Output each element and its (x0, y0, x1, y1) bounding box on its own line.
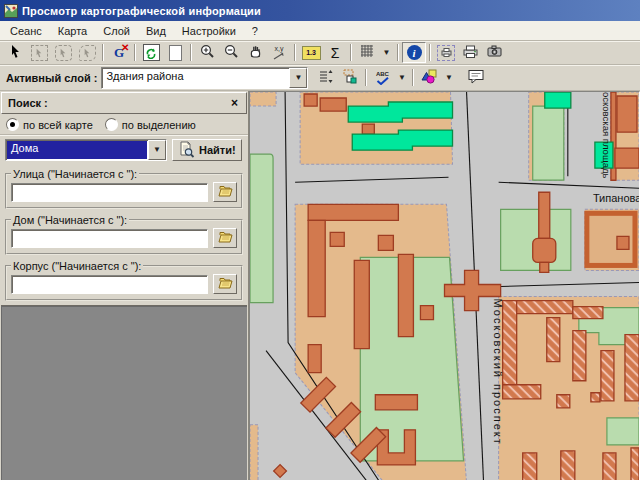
spellcheck-button[interactable]: ABC (370, 67, 394, 88)
statistics-button[interactable]: Σ (323, 42, 347, 63)
search-panel-header: Поиск : × (1, 92, 247, 114)
scale-coords-button[interactable]: x,y (267, 42, 291, 63)
select-in-rect-button[interactable] (27, 42, 51, 63)
radio-icon[interactable] (6, 118, 19, 131)
street-input[interactable] (11, 183, 208, 202)
layer-order-button[interactable] (314, 67, 338, 88)
open-folder-icon (218, 276, 233, 292)
korpus-group: Корпус ("Начинается с "): (5, 260, 243, 301)
grid-icon (360, 44, 374, 61)
grid-dropdown-button[interactable]: ▼ (379, 42, 394, 63)
print-button[interactable] (458, 42, 482, 63)
measure-button[interactable]: 1.3 (299, 42, 323, 63)
open-folder-icon (218, 184, 233, 200)
annotation-button[interactable] (464, 67, 488, 88)
map-view[interactable]: Типанова Московская площадь Московский п… (249, 91, 640, 480)
find-button[interactable]: Найти! (172, 139, 242, 161)
search-scope-row: по всей карте по выделению (0, 115, 248, 135)
active-layer-label: Активный слой : (6, 72, 97, 84)
menu-session[interactable]: Сеанс (2, 24, 50, 38)
sigma-icon: Σ (331, 46, 340, 60)
house-legend: Дом ("Начинается с "): (11, 214, 129, 226)
zoom-out-button[interactable] (219, 42, 243, 63)
title-bar[interactable]: Просмотр картографической информации (0, 0, 640, 21)
menu-bar: Сеанс Карта Слой Вид Настройки ? (0, 21, 640, 41)
zoom-in-button[interactable] (195, 42, 219, 63)
grid-button[interactable] (355, 42, 379, 63)
menu-view[interactable]: Вид (138, 24, 174, 38)
active-layer-value: Здания района (102, 68, 289, 88)
korpus-input[interactable] (11, 275, 208, 294)
printer-icon (463, 45, 478, 61)
house-group: Дом ("Начинается с "): (5, 214, 243, 255)
house-input[interactable] (11, 229, 208, 248)
main-area: Поиск : × по всей карте по выделению Дом… (0, 91, 640, 480)
menu-map[interactable]: Карта (50, 24, 95, 38)
legend-dropdown-button[interactable]: ▼ (441, 67, 456, 88)
layer-copy-button[interactable] (338, 67, 362, 88)
window-title: Просмотр картографической информации (22, 5, 261, 17)
app-window: Просмотр картографической информации Сеа… (0, 0, 640, 480)
zoom-out-icon (224, 44, 239, 62)
toolbar-layer: Активный слой : Здания района ▼ (0, 65, 640, 91)
spellcheck-dropdown-button[interactable]: ▼ (394, 67, 409, 88)
chevron-down-icon[interactable]: ▼ (148, 140, 166, 160)
category-combo[interactable]: Дома ▼ (5, 139, 167, 161)
search-doc-icon (178, 141, 195, 160)
map-label-prospekt: Московский проспект (492, 299, 504, 446)
search-panel-title: Поиск : (8, 97, 48, 109)
toolbar-separator (134, 44, 136, 61)
panel-empty-area (1, 305, 247, 480)
xy-scale-icon: x,y (268, 45, 290, 61)
toolbar-separator (102, 44, 104, 61)
clear-selection-button[interactable]: G✕ (107, 42, 131, 63)
map-label-ploshchad: Московская площадь (601, 92, 612, 179)
select-in-polygon-button[interactable] (75, 42, 99, 63)
snapshot-button[interactable] (482, 42, 506, 63)
toolbar-separator (397, 44, 399, 61)
close-search-button[interactable]: × (229, 97, 240, 109)
cursor-polygon-icon (79, 45, 96, 61)
pan-button[interactable] (243, 42, 267, 63)
menu-help[interactable]: ? (244, 24, 266, 38)
active-layer-combo[interactable]: Здания района ▼ (101, 67, 308, 89)
refresh-map-button[interactable] (139, 42, 163, 63)
toolbar-separator (350, 44, 352, 61)
search-panel: Поиск : × по всей карте по выделению Дом… (0, 91, 249, 480)
radio-whole-map[interactable]: по всей карте (6, 118, 93, 131)
camera-icon (487, 45, 502, 60)
street-list-button[interactable] (213, 182, 237, 202)
abc-check-icon: ABC (376, 71, 389, 85)
clear-selection-icon: G✕ (114, 46, 124, 59)
korpus-list-button[interactable] (213, 274, 237, 294)
find-label: Найти! (199, 144, 236, 156)
radio-icon[interactable] (105, 118, 118, 131)
legend-style-button[interactable] (417, 67, 441, 88)
toolbar-separator (365, 69, 367, 86)
info-icon: i (407, 45, 422, 60)
category-value: Дома (7, 141, 147, 159)
radio-by-selection[interactable]: по выделению (105, 118, 196, 131)
print-area-icon (437, 45, 455, 61)
search-category-row: Дома ▼ Найти! (0, 135, 248, 165)
ruler-icon: 1.3 (302, 46, 321, 60)
toolbar-separator (190, 44, 192, 61)
menu-settings[interactable]: Настройки (174, 24, 244, 38)
cursor-rect-icon (31, 45, 48, 61)
toolbar-main: G✕ (0, 41, 640, 65)
refresh-icon (143, 44, 160, 61)
select-in-circle-button[interactable] (51, 42, 75, 63)
menu-layer[interactable]: Слой (95, 24, 138, 38)
house-list-button[interactable] (213, 228, 237, 248)
print-area-button[interactable] (434, 42, 458, 63)
blank-page-icon (169, 45, 182, 61)
blank-map-button[interactable] (163, 42, 187, 63)
toolbar-separator (294, 44, 296, 61)
cursor-icon (8, 44, 23, 62)
hand-icon (248, 44, 263, 62)
toolbar-separator (429, 44, 431, 61)
chevron-down-icon[interactable]: ▼ (289, 68, 307, 88)
chevron-down-icon: ▼ (398, 74, 406, 82)
select-tool-button[interactable] (3, 42, 27, 63)
info-button[interactable]: i (402, 42, 426, 63)
